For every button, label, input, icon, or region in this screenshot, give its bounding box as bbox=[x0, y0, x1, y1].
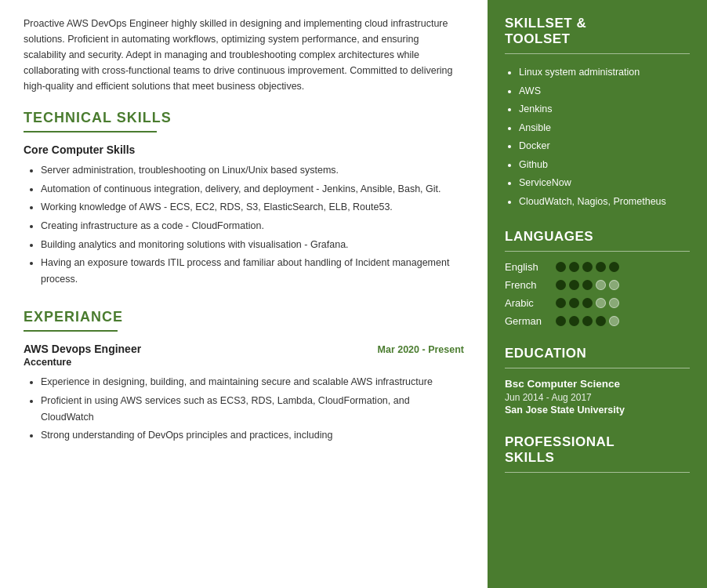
core-skills-list: Server administration, troubleshooting o… bbox=[24, 162, 464, 287]
experience-heading: EXPERIANCE bbox=[24, 309, 464, 325]
list-item: Ansible bbox=[519, 119, 690, 137]
language-row-english: English bbox=[505, 261, 690, 273]
list-item: Server administration, troubleshooting o… bbox=[41, 162, 464, 179]
list-item: Docker bbox=[519, 137, 690, 155]
dot bbox=[569, 316, 579, 326]
list-item: Linux system administration bbox=[519, 64, 690, 82]
dot bbox=[569, 298, 579, 308]
edu-school: San Jose State University bbox=[505, 405, 690, 416]
dot bbox=[582, 280, 593, 290]
languages-divider bbox=[505, 251, 690, 252]
job-title: AWS Devops Engineer bbox=[24, 343, 141, 355]
list-item: CloudWatch, Nagios, Prometheus bbox=[519, 193, 690, 211]
skillset-heading: SKILLSET &TOOLSET bbox=[505, 16, 690, 47]
right-column: SKILLSET &TOOLSET Linux system administr… bbox=[488, 0, 707, 588]
list-item: Proficient in using AWS services such as… bbox=[41, 393, 464, 425]
dot bbox=[569, 262, 579, 272]
dot bbox=[582, 316, 593, 326]
list-item: Having an exposure towards ITIL process … bbox=[41, 255, 464, 287]
edu-degree: Bsc Computer Science bbox=[505, 378, 690, 390]
dot bbox=[596, 262, 606, 272]
lang-name: German bbox=[505, 315, 556, 327]
skillset-list: Linux system administration AWS Jenkins … bbox=[505, 64, 690, 210]
dot bbox=[556, 316, 566, 326]
list-item: Building analytics and monitoring soluti… bbox=[41, 237, 464, 253]
list-item: Github bbox=[519, 156, 690, 174]
education-divider bbox=[505, 368, 690, 368]
job-date: Mar 2020 - Present bbox=[378, 344, 464, 355]
technical-skills-heading: TECHNICAL SKILLS bbox=[24, 110, 464, 126]
education-heading: EDUCATION bbox=[505, 346, 690, 361]
job-header: AWS Devops Engineer Mar 2020 - Present bbox=[24, 343, 464, 355]
dot bbox=[569, 280, 579, 290]
dot bbox=[556, 280, 566, 290]
dot bbox=[556, 298, 566, 308]
lang-dots bbox=[556, 262, 619, 272]
experience-divider bbox=[24, 330, 118, 332]
technical-skills-divider bbox=[24, 131, 157, 132]
list-item: Automation of continuous integration, de… bbox=[41, 181, 464, 198]
left-column: Proactive AWS DevOps Engineer highly ski… bbox=[0, 0, 488, 588]
dot bbox=[609, 262, 619, 272]
list-item: Working knowledge of AWS - ECS, EC2, RDS… bbox=[41, 199, 464, 216]
list-item: Jenkins bbox=[519, 100, 690, 118]
dot bbox=[596, 316, 606, 326]
dot bbox=[582, 298, 593, 308]
dot bbox=[596, 298, 606, 308]
dot bbox=[596, 280, 606, 290]
dot bbox=[582, 262, 593, 272]
skillset-block: SKILLSET &TOOLSET Linux system administr… bbox=[505, 16, 690, 210]
professional-divider bbox=[505, 472, 690, 473]
education-block: EDUCATION Bsc Computer Science Jun 2014 … bbox=[505, 346, 690, 416]
language-row-arabic: Arabic bbox=[505, 297, 690, 309]
core-skills-subtitle: Core Computer Skills bbox=[24, 143, 464, 156]
list-item: AWS bbox=[519, 82, 690, 100]
lang-dots bbox=[556, 280, 619, 290]
languages-block: LANGUAGES English French bbox=[505, 229, 690, 327]
dot bbox=[556, 262, 566, 272]
professional-heading: PROFESSIONALSKILLS bbox=[505, 434, 690, 466]
dot bbox=[609, 298, 619, 308]
lang-name: English bbox=[505, 261, 556, 273]
list-item: Experience in designing, building, and m… bbox=[41, 374, 464, 390]
skillset-divider bbox=[505, 53, 690, 54]
experience-section: EXPERIANCE AWS Devops Engineer Mar 2020 … bbox=[24, 309, 464, 444]
language-row-german: German bbox=[505, 315, 690, 327]
lang-dots bbox=[556, 316, 619, 326]
job-company: Accenture bbox=[24, 357, 464, 368]
dot bbox=[609, 316, 619, 326]
job-bullets: Experience in designing, building, and m… bbox=[24, 374, 464, 444]
list-item: ServiceNow bbox=[519, 174, 690, 192]
list-item: Creating infrastructure as a code - Clou… bbox=[41, 218, 464, 234]
professional-block: PROFESSIONALSKILLS bbox=[505, 434, 690, 473]
list-item: Strong understanding of DevOps principle… bbox=[41, 427, 464, 444]
lang-dots bbox=[556, 298, 619, 308]
lang-name: Arabic bbox=[505, 297, 556, 309]
language-row-french: French bbox=[505, 279, 690, 291]
dot bbox=[609, 280, 619, 290]
lang-name: French bbox=[505, 279, 556, 291]
intro-paragraph: Proactive AWS DevOps Engineer highly ski… bbox=[24, 16, 464, 94]
languages-heading: LANGUAGES bbox=[505, 229, 690, 245]
edu-dates: Jun 2014 - Aug 2017 bbox=[505, 392, 690, 403]
